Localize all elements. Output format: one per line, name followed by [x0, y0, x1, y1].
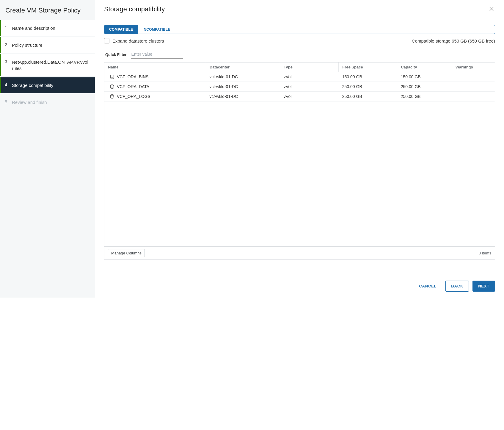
col-header-datacenter[interactable]: Datacenter — [206, 62, 280, 72]
cancel-button[interactable]: CANCEL — [414, 281, 442, 292]
step-number: 5 — [5, 99, 12, 104]
wizard-step-vvol-rules[interactable]: 3 NetApp.clustered.Data.ONTAP.VP.vvol ru… — [0, 54, 95, 76]
quick-filter-label: Quick Filter — [105, 52, 127, 57]
tab-compatible[interactable]: COMPATIBLE — [104, 25, 138, 34]
wizard-step-name-description[interactable]: 1 Name and description — [0, 20, 95, 36]
cell-type: vVol — [280, 82, 339, 92]
col-header-free-space[interactable]: Free Space — [339, 62, 397, 72]
wizard-actions: CANCEL BACK NEXT — [104, 281, 495, 292]
step-label: NetApp.clustered.Data.ONTAP.VP.vvol rule… — [12, 59, 90, 71]
table-row[interactable]: VCF_ORA_DATA vcf-wkld-01-DC vVol 250.00 … — [104, 82, 495, 92]
compatible-storage-summary: Compatible storage 650 GB (650 GB free) — [412, 38, 495, 43]
col-header-name[interactable]: Name — [104, 62, 206, 72]
cell-warnings — [452, 72, 495, 82]
cell-capacity: 150.00 GB — [397, 72, 452, 82]
step-label: Storage compatibility — [12, 82, 90, 88]
expand-row: Expand datastore clusters Compatible sto… — [104, 38, 495, 43]
step-label: Review and finish — [12, 99, 90, 105]
table-body: VCF_ORA_BINS vcf-wkld-01-DC vVol 150.00 … — [104, 72, 495, 101]
quick-filter-input[interactable] — [131, 51, 183, 59]
name-cell: VCF_ORA_LOGS — [108, 94, 202, 99]
quick-filter-row: Quick Filter — [104, 51, 495, 59]
table-row[interactable]: VCF_ORA_BINS vcf-wkld-01-DC vVol 150.00 … — [104, 72, 495, 82]
cell-capacity: 250.00 GB — [397, 82, 452, 92]
items-count: 3 items — [479, 251, 491, 255]
cell-warnings — [452, 92, 495, 101]
app-root: Create VM Storage Policy 1 Name and desc… — [0, 0, 504, 298]
table-row[interactable]: VCF_ORA_LOGS vcf-wkld-01-DC vVol 250.00 … — [104, 92, 495, 101]
close-icon — [489, 7, 494, 11]
datastore-name: VCF_ORA_LOGS — [117, 94, 150, 99]
datastore-table: Name Datacenter Type Free Space Capacity… — [104, 62, 495, 101]
cell-free-space: 250.00 GB — [339, 82, 397, 92]
main-panel: Storage compatibility COMPATIBLE INCOMPA… — [95, 0, 504, 298]
table-footer: Manage Columns 3 items — [104, 246, 495, 259]
name-cell: VCF_ORA_BINS — [108, 74, 202, 79]
step-number: 3 — [5, 59, 12, 64]
cell-capacity: 250.00 GB — [397, 92, 452, 101]
step-label: Policy structure — [12, 42, 90, 48]
step-number: 1 — [5, 25, 12, 30]
table-header-row: Name Datacenter Type Free Space Capacity… — [104, 62, 495, 72]
cell-type: vVol — [280, 92, 339, 101]
cell-type: vVol — [280, 72, 339, 82]
datastore-icon — [110, 84, 114, 89]
col-header-capacity[interactable]: Capacity — [397, 62, 452, 72]
close-button[interactable] — [488, 5, 495, 12]
cell-datacenter: vcf-wkld-01-DC — [206, 82, 280, 92]
manage-columns-button[interactable]: Manage Columns — [108, 249, 145, 257]
cell-free-space: 250.00 GB — [339, 92, 397, 101]
cell-datacenter: vcf-wkld-01-DC — [206, 92, 280, 101]
cell-free-space: 150.00 GB — [339, 72, 397, 82]
datastore-name: VCF_ORA_DATA — [117, 84, 149, 89]
wizard-step-review-finish: 5 Review and finish — [0, 94, 95, 110]
table-empty-space — [104, 101, 495, 246]
col-header-warnings[interactable]: Warnings — [452, 62, 495, 72]
datastore-name: VCF_ORA_BINS — [117, 74, 149, 79]
step-label: Name and description — [12, 25, 90, 31]
expand-clusters-label: Expand datastore clusters — [112, 38, 164, 43]
step-number: 4 — [5, 82, 12, 87]
datastore-icon — [110, 74, 114, 79]
datastore-table-wrap: Name Datacenter Type Free Space Capacity… — [104, 62, 495, 260]
wizard-steps: 1 Name and description 2 Policy structur… — [0, 20, 95, 110]
expand-clusters-checkbox[interactable] — [104, 38, 109, 43]
tab-incompatible[interactable]: INCOMPATIBLE — [138, 25, 175, 34]
svg-point-3 — [111, 85, 114, 86]
wizard-sidebar: Create VM Storage Policy 1 Name and desc… — [0, 0, 95, 298]
wizard-step-storage-compatibility[interactable]: 4 Storage compatibility — [0, 77, 95, 93]
svg-point-4 — [111, 95, 114, 96]
svg-point-2 — [111, 75, 114, 76]
expand-clusters-checkbox-wrap: Expand datastore clusters — [104, 38, 164, 43]
compatibility-tabs: COMPATIBLE INCOMPATIBLE — [104, 25, 495, 34]
next-button[interactable]: NEXT — [472, 281, 495, 292]
col-header-type[interactable]: Type — [280, 62, 339, 72]
wizard-step-policy-structure[interactable]: 2 Policy structure — [0, 37, 95, 53]
datastore-icon — [110, 94, 114, 99]
page-title: Storage compatibility — [104, 5, 165, 13]
cell-warnings — [452, 82, 495, 92]
sidebar-title: Create VM Storage Policy — [0, 0, 95, 20]
cell-datacenter: vcf-wkld-01-DC — [206, 72, 280, 82]
name-cell: VCF_ORA_DATA — [108, 84, 202, 89]
back-button[interactable]: BACK — [445, 281, 469, 292]
main-header: Storage compatibility — [104, 5, 495, 13]
step-number: 2 — [5, 42, 12, 47]
